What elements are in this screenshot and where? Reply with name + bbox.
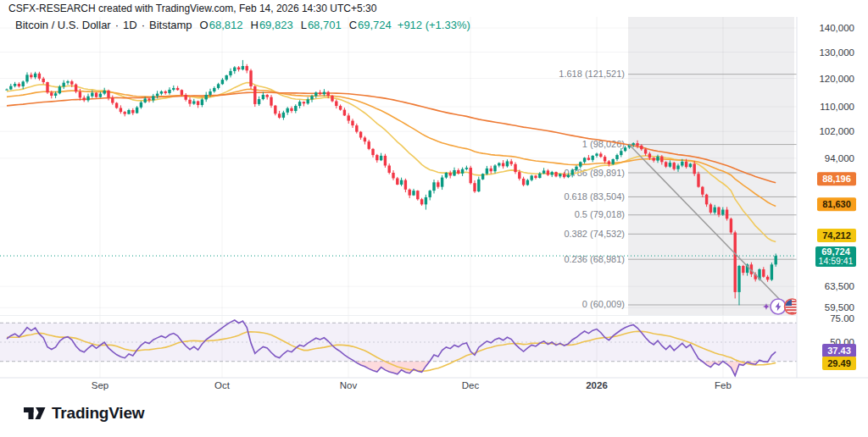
tradingview-chart-window: CSFX-RESEARCH created with TradingView.c…: [0, 0, 868, 437]
svg-text:81,630: 81,630: [822, 199, 851, 209]
price-axis-label: 130,000: [819, 47, 854, 58]
rsi-value-badge: 37.43: [822, 344, 856, 357]
ma-fast-price-badge: 74,212: [817, 229, 856, 242]
svg-text:29.49: 29.49: [827, 358, 851, 368]
fib-level-label: 1.618 (121,521): [559, 69, 625, 79]
fib-level-label: 0.236 (68,981): [564, 254, 625, 264]
price-axis-label: 120,000: [819, 74, 854, 84]
low-value: 68,701: [308, 19, 342, 31]
price-axis-label: 140,000: [819, 23, 854, 33]
bar-countdown: 14:59:41: [819, 256, 854, 266]
time-axis-label: Nov: [340, 380, 358, 390]
ma-slow-price-badge: 88,196: [817, 172, 856, 185]
high-value: 69,823: [259, 19, 293, 31]
price-axis-label: 110,000: [820, 102, 854, 112]
time-axis-label: 2026: [586, 380, 608, 390]
fib-level-label: 0.5 (79,018): [575, 209, 625, 219]
fib-level-label: 0 (60,009): [582, 299, 625, 309]
time-axis[interactable]: SepOctNovDec2026Feb: [92, 380, 732, 390]
symbol-title[interactable]: Bitcoin / U.S. Dollar: [15, 19, 111, 31]
price-axis-label: 94,000: [825, 153, 854, 163]
legend-separator: ·: [115, 19, 119, 31]
rsi-axis-label: 75.00: [830, 313, 854, 324]
close-value: 69,724: [358, 19, 392, 31]
symbol-legend[interactable]: Bitcoin / U.S. Dollar·1D·BitstampO68,812…: [15, 19, 470, 31]
tradingview-logo-text: TradingView: [52, 404, 144, 423]
chart-canvas[interactable]: 1.618 (121,521)1 (98,026)0.786 (89,891)0…: [0, 0, 868, 437]
lightning-event-icon[interactable]: [771, 299, 786, 314]
tradingview-logo[interactable]: TradingView: [24, 404, 144, 423]
price-axis-label: 102,000: [819, 126, 854, 136]
time-axis-label: Oct: [214, 380, 231, 390]
ma-mid-price-badge: 81,630: [817, 197, 856, 211]
legend-separator: ·: [142, 19, 145, 31]
tradingview-logo-icon: [24, 405, 46, 422]
close-label: C: [349, 19, 357, 31]
time-axis-label: Feb: [715, 380, 732, 390]
change-value: +912 (+1.33%): [398, 19, 470, 31]
low-label: L: [301, 19, 307, 31]
svg-text:74,212: 74,212: [822, 230, 851, 241]
open-value: 68,812: [209, 19, 243, 31]
fib-level-label: 0.382 (74,532): [564, 229, 625, 239]
svg-text:88,196: 88,196: [822, 174, 851, 184]
high-label: H: [250, 19, 258, 31]
exchange-label: Bitstamp: [149, 19, 192, 31]
svg-text:37.43: 37.43: [827, 346, 851, 356]
interval-label[interactable]: 1D: [123, 19, 137, 31]
rsi-ma-value-badge: 29.49: [822, 357, 856, 370]
open-label: O: [200, 19, 209, 31]
time-axis-label: Sep: [92, 380, 108, 390]
time-axis-label: Dec: [462, 380, 480, 390]
fib-level-label: 0.618 (83,504): [564, 191, 625, 202]
last-price-badge: 69,72414:59:41: [815, 246, 856, 267]
price-axis-label: 59,500: [825, 302, 854, 313]
price-axis-label: 63,500: [825, 281, 854, 291]
